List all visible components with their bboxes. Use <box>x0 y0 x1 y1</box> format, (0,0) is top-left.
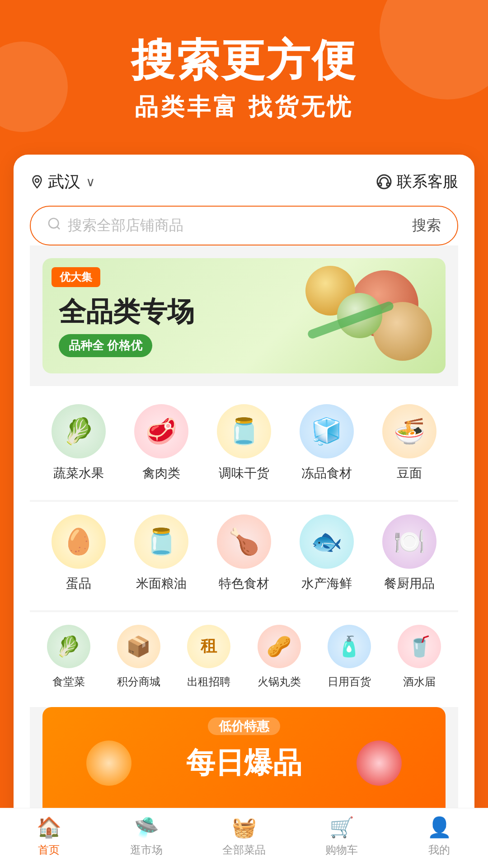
cart-icon: 🛒 <box>329 816 354 839</box>
nav-profile[interactable]: 👤 我的 <box>390 816 488 857</box>
category-label: 火锅丸类 <box>258 675 301 689</box>
category-item-seasoning[interactable]: 🫙 调味干货 <box>202 399 285 487</box>
nav-home[interactable]: 🏠 首页 <box>0 816 98 857</box>
category-item-canteen[interactable]: 🥬 食堂菜 <box>33 619 103 694</box>
category-label: 冻品食材 <box>301 465 352 482</box>
category-label: 酒水届 <box>403 675 436 689</box>
promo-banner[interactable]: 优大集 全品类专场 品种全 价格优 <box>42 258 446 373</box>
nav-dishes-label: 全部菜品 <box>222 843 266 857</box>
category-label: 豆面 <box>397 465 422 482</box>
hero-subtitle: 品类丰富 找货无忧 <box>18 91 470 123</box>
category-item-points[interactable]: 📦 积分商城 <box>103 619 174 694</box>
banner-tag: 品种全 价格优 <box>59 334 152 357</box>
nav-market-label: 逛市场 <box>130 843 163 857</box>
basket-icon: 🧺 <box>232 816 257 839</box>
search-button[interactable]: 搜索 <box>412 216 441 236</box>
nav-all-dishes[interactable]: 🧺 全部菜品 <box>195 816 293 857</box>
svg-rect-3 <box>387 183 389 186</box>
category-label: 米面粮油 <box>136 575 187 592</box>
category-grid-row2: 🥚 蛋品 🫙 米面粮油 🍗 特色食材 🐟 水产海鲜 🍽️ 餐厨用品 <box>30 502 458 610</box>
category-label: 蔬菜水果 <box>53 465 104 482</box>
nav-market[interactable]: 🛸 逛市场 <box>98 816 195 857</box>
category-label: 出租招聘 <box>187 675 230 689</box>
nav-cart-label: 购物车 <box>325 843 358 857</box>
category-label: 食堂菜 <box>52 675 85 689</box>
category-item-hotpot[interactable]: 🥜 火锅丸类 <box>244 619 314 694</box>
bottom-nav: 🏠 首页 🛸 逛市场 🧺 全部菜品 🛒 购物车 👤 我的 <box>0 808 488 868</box>
category-label: 禽肉类 <box>142 465 180 482</box>
headset-icon <box>376 174 392 190</box>
svg-point-0 <box>35 179 39 182</box>
category-label: 餐厨用品 <box>384 575 435 592</box>
nav-cart[interactable]: 🛒 购物车 <box>293 816 390 857</box>
svg-line-5 <box>57 226 60 229</box>
banner-title: 全品类专场 <box>59 297 194 327</box>
location-label: 武汉 <box>48 171 80 193</box>
category-item-drinks[interactable]: 🥤 酒水届 <box>385 619 455 694</box>
category-item-seafood[interactable]: 🐟 水产海鲜 <box>286 509 368 598</box>
category-label: 积分商城 <box>117 675 160 689</box>
category-item-grain[interactable]: 🫙 米面粮油 <box>120 509 202 598</box>
category-item-frozen[interactable]: 🧊 冻品食材 <box>286 399 368 487</box>
category-item-eggs[interactable]: 🥚 蛋品 <box>37 509 120 598</box>
svg-point-4 <box>49 218 58 228</box>
category-label: 特色食材 <box>219 575 269 592</box>
contact-label: 联系客服 <box>397 171 458 192</box>
search-icon <box>47 217 61 235</box>
category-item-daily[interactable]: 🧴 日用百货 <box>314 619 384 694</box>
hero-section: 搜索更方便 品类丰富 找货无忧 <box>0 0 488 141</box>
home-icon: 🏠 <box>37 816 61 839</box>
category-item-poultry[interactable]: 🥩 禽肉类 <box>120 399 202 487</box>
category-label: 蛋品 <box>66 575 91 592</box>
category-label: 水产海鲜 <box>301 575 352 592</box>
category-grid-row1: 🥬 蔬菜水果 🥩 禽肉类 🫙 调味干货 🧊 冻品食材 🍜 豆面 <box>30 386 458 500</box>
market-icon: 🛸 <box>134 816 159 839</box>
search-bar[interactable]: 搜索全部店铺商品 搜索 <box>30 206 458 245</box>
banner-badge: 优大集 <box>52 267 100 287</box>
location-icon <box>30 175 44 189</box>
low-price-badge: 低价特惠 <box>59 718 429 735</box>
svg-rect-2 <box>379 183 381 186</box>
banner-images <box>265 258 436 373</box>
content-area: 优大集 全品类专场 品种全 价格优 🥬 蔬菜 <box>30 245 458 822</box>
category-grid-row3: 🥬 食堂菜 📦 积分商城 租 出租招聘 🥜 火锅丸类 🧴 日用百货 🥤 酒 <box>30 612 458 707</box>
category-item-noodles[interactable]: 🍜 豆面 <box>368 399 451 487</box>
main-card: 武汉 ∨ 联系客服 搜索全部店铺商品 搜索 优大集 <box>14 155 474 822</box>
contact-button[interactable]: 联系客服 <box>376 171 458 192</box>
profile-icon: 👤 <box>427 816 452 839</box>
category-item-special[interactable]: 🍗 特色食材 <box>202 509 285 598</box>
category-label: 调味干货 <box>219 465 269 482</box>
category-item-vegetables[interactable]: 🥬 蔬菜水果 <box>37 399 120 487</box>
low-price-banner[interactable]: 低价特惠 每日爆品 <box>42 707 446 822</box>
nav-profile-label: 我的 <box>428 843 450 857</box>
search-input[interactable]: 搜索全部店铺商品 <box>68 216 412 236</box>
banner-text: 全品类专场 品种全 价格优 <box>59 297 194 357</box>
nav-home-label: 首页 <box>38 843 60 857</box>
category-item-rental[interactable]: 租 出租招聘 <box>174 619 244 694</box>
category-item-kitchen[interactable]: 🍽️ 餐厨用品 <box>368 509 451 598</box>
chevron-down-icon: ∨ <box>86 175 95 189</box>
top-bar: 武汉 ∨ 联系客服 <box>30 171 458 193</box>
category-label: 日用百货 <box>328 675 371 689</box>
location-selector[interactable]: 武汉 ∨ <box>30 171 95 193</box>
low-price-title: 每日爆品 <box>186 743 302 783</box>
